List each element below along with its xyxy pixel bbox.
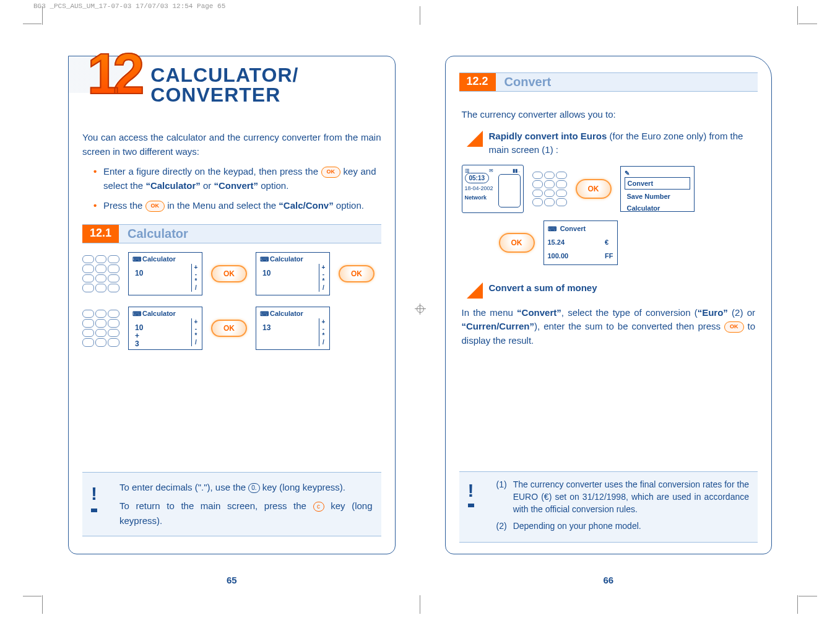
section-title: Convert bbox=[496, 73, 560, 91]
calc-icon: ⌨ bbox=[260, 310, 269, 317]
paragraph: In the menu “Convert”, select the type o… bbox=[462, 306, 756, 348]
pencil-icon: ✎ bbox=[625, 168, 630, 178]
crop-mark bbox=[799, 596, 817, 596]
zero-dot-key-icon: 0. bbox=[248, 483, 259, 493]
signal-icon: ▮▮.. bbox=[513, 167, 520, 175]
calculator-flow-row: ⌨ Calculator 10 +-*/ OK ⌨ Calculator 10 … bbox=[82, 252, 381, 295]
screen-value: 10 bbox=[262, 269, 271, 277]
keypad-icon bbox=[82, 310, 119, 347]
calc-icon: ⌨ bbox=[132, 256, 141, 263]
page-66: 12.2 Convert The currency converter allo… bbox=[420, 31, 797, 589]
menu-item-save-number: Save Number bbox=[625, 191, 690, 203]
page-65: 12 CALCULATOR/ CONVERTER You can access … bbox=[43, 31, 420, 589]
chapter-title: CALCULATOR/ CONVERTER bbox=[150, 51, 298, 105]
exclamation-icon: ! bbox=[468, 477, 474, 508]
page-number: 65 bbox=[43, 575, 420, 585]
screen-title: Calculator bbox=[270, 255, 303, 263]
exclamation-icon: ! bbox=[91, 479, 97, 512]
screen-title: Calculator bbox=[142, 310, 176, 317]
ok-key-icon: OK bbox=[321, 167, 341, 178]
ok-button[interactable]: OK bbox=[211, 320, 247, 337]
section-title: Calculator bbox=[119, 225, 197, 243]
convert-screen: ⌨ Convert 15.24€ 100.00FF bbox=[543, 220, 618, 265]
bullet-item: Enter a figure directly on the keypad, t… bbox=[93, 165, 376, 193]
screen-value: 10 bbox=[135, 269, 143, 277]
crop-mark bbox=[799, 24, 817, 24]
convert-flow-row: ▥✉▮▮.. 05:13 18-04-2002 Network OK ✎ Con… bbox=[462, 165, 756, 213]
phone-icon bbox=[498, 174, 521, 207]
ok-button[interactable]: OK bbox=[499, 233, 535, 253]
ok-key-icon: OK bbox=[145, 201, 165, 212]
calculator-flow-row: ⌨ Calculator 10 + 3 +-*/ OK ⌨ Calculator… bbox=[82, 307, 381, 350]
menu-item-calculator: Calculator bbox=[625, 203, 690, 214]
triangle-icon bbox=[467, 282, 483, 299]
footnote-box: ! (1) The currency converter uses the fi… bbox=[459, 471, 758, 543]
envelope-icon: ✉ bbox=[489, 167, 493, 175]
ok-button[interactable]: OK bbox=[576, 179, 612, 199]
phone-screen: ⌨ Calculator 10 +-*/ bbox=[256, 252, 330, 295]
euro-label: € bbox=[605, 237, 613, 248]
convert-result-row: OK ⌨ Convert 15.24€ 100.00FF bbox=[499, 220, 756, 265]
chapter-number: 12 bbox=[87, 51, 150, 97]
euro-value: 15.24 bbox=[548, 237, 600, 248]
screen-value: 13 bbox=[262, 324, 271, 332]
calc-icon: ⌨ bbox=[260, 256, 269, 263]
phone-screen: ⌨ Calculator 10 +-*/ bbox=[128, 252, 202, 295]
triangle-bullet: Convert a sum of money bbox=[467, 281, 751, 299]
menu-item-convert: Convert bbox=[625, 177, 690, 190]
bullet-item: Press the OK in the Menu and select the … bbox=[93, 199, 376, 213]
footnote-number: (2) bbox=[496, 520, 507, 532]
operator-bar: +-*/ bbox=[191, 264, 200, 292]
intro-text: The currency converter allows you to: bbox=[462, 108, 756, 122]
section-number: 12.1 bbox=[82, 225, 119, 243]
footnote-text: The currency converter uses the final co… bbox=[513, 478, 749, 516]
crop-mark bbox=[420, 6, 420, 25]
ff-value: 100.00 bbox=[548, 251, 600, 262]
calc-icon: ⌨ bbox=[548, 225, 556, 232]
crop-mark bbox=[42, 6, 43, 25]
crop-mark bbox=[420, 595, 420, 614]
screen-title: Calculator bbox=[142, 255, 176, 263]
operator-bar: +-*/ bbox=[319, 318, 327, 346]
section-number: 12.2 bbox=[459, 73, 496, 91]
print-header: BG3 _PCS_AUS_UM_17-07-03 17/07/03 12:54 … bbox=[33, 2, 225, 10]
menu-screen: ✎ Convert Save Number Calculator bbox=[620, 166, 695, 212]
operator-bar: +-*/ bbox=[319, 264, 327, 292]
note-box: ! To enter decimals ("."), use the 0. ke… bbox=[82, 472, 381, 536]
crop-mark bbox=[23, 596, 41, 596]
crop-mark bbox=[797, 6, 798, 25]
phone-screen: ⌨ Calculator 13 +-*/ bbox=[256, 307, 330, 350]
footnote-number: (1) bbox=[496, 478, 507, 516]
operator-bar: +-*/ bbox=[191, 318, 200, 346]
section-header-12-2: 12.2 Convert bbox=[459, 72, 758, 92]
keypad-icon bbox=[82, 255, 119, 292]
screen-value: 10 + 3 bbox=[135, 324, 143, 349]
intro-text: You can access the calculator and the cu… bbox=[82, 131, 381, 159]
crop-mark bbox=[23, 24, 41, 24]
crop-mark bbox=[797, 595, 798, 614]
c-key-icon: c bbox=[313, 502, 324, 512]
footnote-text: Depending on your phone model. bbox=[513, 520, 641, 532]
ff-label: FF bbox=[605, 251, 613, 262]
triangle-icon bbox=[467, 131, 483, 147]
calc-icon: ⌨ bbox=[132, 310, 141, 317]
ok-key-icon: OK bbox=[724, 321, 744, 333]
ok-button[interactable]: OK bbox=[211, 265, 247, 282]
ok-button[interactable]: OK bbox=[339, 265, 375, 282]
battery-icon: ▥ bbox=[465, 167, 470, 175]
home-screen: ▥✉▮▮.. 05:13 18-04-2002 Network bbox=[462, 165, 524, 213]
keypad-icon bbox=[532, 172, 567, 206]
phone-screen: ⌨ Calculator 10 + 3 +-*/ bbox=[128, 307, 202, 350]
triangle-bullet: Rapidly convert into Euros (for the Euro… bbox=[467, 129, 751, 157]
crop-mark bbox=[42, 595, 43, 614]
page-number: 66 bbox=[420, 575, 797, 585]
section-header-12-1: 12.1 Calculator bbox=[82, 224, 381, 243]
screen-title: Calculator bbox=[270, 310, 303, 317]
